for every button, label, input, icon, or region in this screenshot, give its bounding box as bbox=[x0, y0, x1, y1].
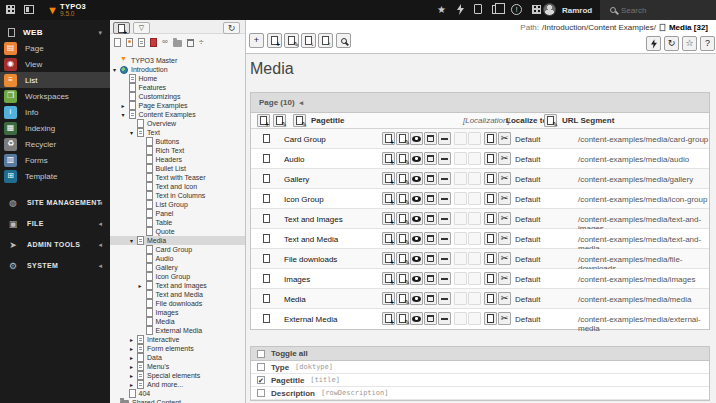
module-menu-item[interactable]: ♻ Recycler bbox=[0, 136, 110, 152]
module-menu-item[interactable]: ◉ View bbox=[0, 56, 110, 72]
tree-node[interactable]: TYPO3 Master bbox=[110, 56, 245, 65]
delete-button[interactable] bbox=[424, 152, 437, 165]
page-title-cell[interactable]: Card Group bbox=[284, 135, 326, 144]
tree-node[interactable]: ▸ Form elements bbox=[110, 344, 245, 353]
hide-button[interactable] bbox=[438, 132, 451, 145]
cut-button[interactable]: ✂ bbox=[498, 272, 511, 285]
page-icon[interactable] bbox=[263, 194, 270, 203]
edit-button[interactable] bbox=[396, 312, 409, 325]
page-icon[interactable] bbox=[263, 154, 270, 163]
new-record-button[interactable] bbox=[382, 132, 395, 145]
page-icon[interactable] bbox=[263, 174, 270, 183]
cut-button[interactable]: ✂ bbox=[498, 312, 511, 325]
delete-button[interactable] bbox=[424, 232, 437, 245]
new-record-button[interactable] bbox=[257, 114, 270, 127]
expander-icon[interactable]: ▸ bbox=[130, 364, 137, 370]
delete-button[interactable] bbox=[424, 212, 437, 225]
hide-button[interactable] bbox=[438, 212, 451, 225]
module-section[interactable]: ▣ FILE ◂ bbox=[0, 213, 110, 234]
copy-button[interactable] bbox=[484, 192, 497, 205]
collapse-icon[interactable]: ◂ bbox=[300, 99, 304, 107]
cut-button[interactable]: ✂ bbox=[498, 292, 511, 305]
toggle-all-checkbox[interactable] bbox=[257, 350, 265, 358]
edit-button[interactable] bbox=[396, 132, 409, 145]
tree-node[interactable]: Text and Icon bbox=[110, 182, 245, 191]
tree-node[interactable]: ▸ Menu's bbox=[110, 362, 245, 371]
tree-node[interactable]: ▸ And more... bbox=[110, 380, 245, 389]
tree-node[interactable]: Icon Group bbox=[110, 272, 245, 281]
view-button[interactable] bbox=[410, 272, 423, 285]
tree-node[interactable]: ▾ Introduction bbox=[110, 65, 245, 74]
delete-button[interactable] bbox=[424, 312, 437, 325]
page-title-cell[interactable]: Icon Group bbox=[284, 195, 324, 204]
hide-button[interactable] bbox=[438, 152, 451, 165]
tree-node[interactable]: Overview bbox=[110, 119, 245, 128]
new-record-button[interactable]: + bbox=[249, 33, 264, 48]
expander-icon[interactable]: ▸ bbox=[139, 283, 146, 289]
bookmarks-button[interactable]: ★ bbox=[437, 4, 446, 15]
tree-node[interactable]: Media bbox=[110, 317, 245, 326]
copy-button[interactable] bbox=[484, 272, 497, 285]
tree-node[interactable]: ▸ Text and Images bbox=[110, 281, 245, 290]
page-title-cell[interactable]: File downloads bbox=[284, 255, 337, 264]
expander-icon[interactable]: ▸ bbox=[130, 355, 137, 361]
column-url-segment[interactable]: URL Segment bbox=[562, 116, 614, 125]
module-menu-item[interactable]: i Info bbox=[0, 104, 110, 120]
edit-button[interactable] bbox=[396, 252, 409, 265]
tree-node[interactable]: ▾ Text bbox=[110, 128, 245, 137]
module-section[interactable]: ➤ ADMIN TOOLS ◂ bbox=[0, 234, 110, 255]
view-button[interactable] bbox=[410, 172, 423, 185]
expander-icon[interactable]: ▾ bbox=[122, 112, 129, 118]
tree-node[interactable]: Panel bbox=[110, 209, 245, 218]
module-group-web[interactable]: WEB ▾ bbox=[0, 25, 110, 40]
tree-node[interactable]: Rich Text bbox=[110, 146, 245, 155]
hide-button[interactable] bbox=[438, 232, 451, 245]
system-information-button[interactable]: ! bbox=[511, 4, 522, 15]
search-input[interactable] bbox=[621, 6, 701, 15]
delete-button[interactable] bbox=[424, 272, 437, 285]
cut-button[interactable]: ✂ bbox=[498, 252, 511, 265]
search-button[interactable] bbox=[336, 33, 351, 48]
tree-node[interactable]: 404 bbox=[110, 389, 245, 398]
tree-node[interactable]: Audio bbox=[110, 254, 245, 263]
tree-node[interactable]: Customizings bbox=[110, 92, 245, 101]
tree-node[interactable]: Images bbox=[110, 308, 245, 317]
delete-button[interactable] bbox=[424, 292, 437, 305]
tree-node[interactable]: Features bbox=[110, 83, 245, 92]
page-icon[interactable] bbox=[263, 274, 270, 283]
cut-button[interactable]: ✂ bbox=[498, 192, 511, 205]
module-menu-item[interactable]: ⊞ Template bbox=[0, 168, 110, 184]
edit-button[interactable] bbox=[396, 192, 409, 205]
edit-button[interactable] bbox=[396, 232, 409, 245]
column-pagetitle[interactable]: Pagetitle bbox=[311, 116, 344, 125]
topbar-search[interactable] bbox=[600, 0, 716, 20]
new-record-button[interactable] bbox=[382, 192, 395, 205]
expander-icon[interactable]: ▸ bbox=[130, 373, 137, 379]
delete-button[interactable] bbox=[424, 132, 437, 145]
module-section[interactable]: ◍ SITE MANAGEMENT ◂ bbox=[0, 192, 110, 213]
tree-node[interactable]: Gallery bbox=[110, 263, 245, 272]
drag-page-content-icon[interactable] bbox=[138, 38, 145, 47]
new-record-button[interactable] bbox=[382, 232, 395, 245]
cut-button[interactable]: ✂ bbox=[498, 232, 511, 245]
tree-node[interactable]: ▸ Interactive bbox=[110, 335, 245, 344]
sidebar-collapse-button[interactable] bbox=[24, 5, 34, 14]
cut-button[interactable]: ✂ bbox=[498, 152, 511, 165]
hide-button[interactable] bbox=[438, 292, 451, 305]
cut-button[interactable]: ✂ bbox=[498, 212, 511, 225]
tree-node[interactable]: Card Group bbox=[110, 245, 245, 254]
clear-cache-button[interactable] bbox=[457, 4, 464, 15]
tree-node[interactable]: Headers bbox=[110, 155, 245, 164]
edit-button[interactable] bbox=[396, 152, 409, 165]
page-title-cell[interactable]: Gallery bbox=[284, 175, 309, 184]
tree-node[interactable]: Bullet List bbox=[110, 164, 245, 173]
tree-node[interactable]: Text in Columns bbox=[110, 191, 245, 200]
edit-button[interactable] bbox=[396, 172, 409, 185]
page-title-cell[interactable]: Text and Media bbox=[284, 235, 338, 244]
new-page-button[interactable] bbox=[267, 33, 282, 48]
cut-button[interactable]: ✂ bbox=[498, 132, 511, 145]
cut-button[interactable]: ✂ bbox=[498, 172, 511, 185]
new-record-button[interactable] bbox=[382, 212, 395, 225]
page-icon[interactable] bbox=[263, 254, 270, 263]
copy-button[interactable] bbox=[484, 212, 497, 225]
